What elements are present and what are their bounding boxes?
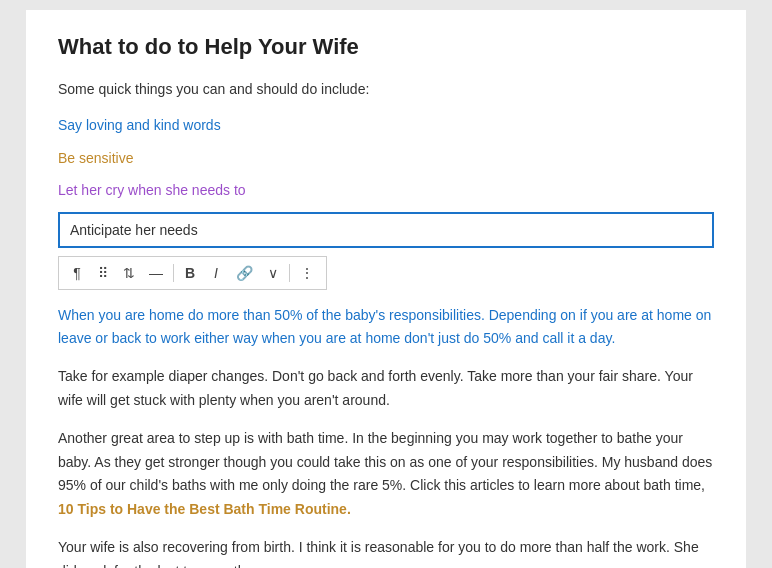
paragraph-1: When you are home do more than 50% of th…: [58, 304, 714, 352]
toolbar-paragraph-btn[interactable]: ¶: [65, 261, 89, 285]
toolbar-dropdown-btn[interactable]: ∨: [261, 261, 285, 285]
list-item-2: Be sensitive: [58, 147, 714, 169]
paragraph-3-text: Another great area to step up is with ba…: [58, 430, 712, 494]
paragraph-4: Your wife is also recovering from birth.…: [58, 536, 714, 568]
editable-text: Anticipate her needs: [70, 222, 198, 238]
toolbar-link-btn[interactable]: 🔗: [230, 261, 259, 285]
paragraph-4-text: Your wife is also recovering from birth.…: [58, 539, 699, 568]
list-item-2-text: Be sensitive: [58, 150, 133, 166]
page-container: What to do to Help Your Wife Some quick …: [26, 10, 746, 568]
paragraph-3: Another great area to step up is with ba…: [58, 427, 714, 522]
list-item-1-text: Say loving and kind words: [58, 117, 221, 133]
toolbar-bold-btn[interactable]: B: [178, 261, 202, 285]
intro-text: Some quick things you can and should do …: [58, 78, 714, 100]
toolbar-more-btn[interactable]: ⋮: [294, 261, 320, 285]
paragraph-2-text: Take for example diaper changes. Don't g…: [58, 368, 693, 408]
toolbar-separator-1: [173, 264, 174, 282]
toolbar-align-btn[interactable]: —: [143, 261, 169, 285]
list-item-3: Let her cry when she needs to: [58, 179, 714, 201]
paragraph-2: Take for example diaper changes. Don't g…: [58, 365, 714, 413]
list-item-3-text: Let her cry when she needs to: [58, 182, 246, 198]
toolbar-arrows-btn[interactable]: ⇅: [117, 261, 141, 285]
toolbar-italic-btn[interactable]: I: [204, 261, 228, 285]
editor-toolbar: ¶ ⠿ ⇅ — B I 🔗 ∨ ⋮: [58, 256, 327, 290]
toolbar-separator-2: [289, 264, 290, 282]
paragraph-1-text: When you are home do more than 50% of th…: [58, 307, 711, 347]
bath-time-link[interactable]: 10 Tips to Have the Best Bath Time Routi…: [58, 501, 351, 517]
editable-field[interactable]: Anticipate her needs: [58, 212, 714, 248]
list-item-1: Say loving and kind words: [58, 114, 714, 136]
toolbar-dots-btn[interactable]: ⠿: [91, 261, 115, 285]
page-title: What to do to Help Your Wife: [58, 34, 714, 60]
